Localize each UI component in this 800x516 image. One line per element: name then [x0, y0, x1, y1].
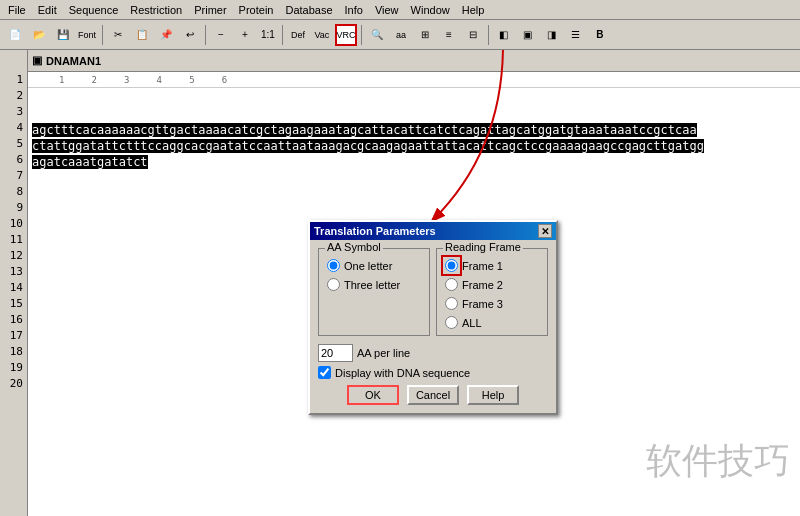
- line-number: 5: [0, 136, 27, 152]
- vac-button[interactable]: Vac: [311, 24, 333, 46]
- one-letter-row: One letter: [327, 259, 421, 272]
- dialog-title: Translation Parameters: [314, 225, 436, 237]
- display-dna-row: Display with DNA sequence: [318, 366, 548, 379]
- main-area: 1234567891011121314151617181920 ▣ DNAMAN…: [0, 50, 800, 516]
- tool1-button[interactable]: aa: [390, 24, 412, 46]
- def-button[interactable]: Def: [287, 24, 309, 46]
- sequence-line: [32, 186, 796, 202]
- help-button[interactable]: Help: [467, 385, 519, 405]
- line-number: 9: [0, 200, 27, 216]
- menu-info[interactable]: Info: [339, 3, 369, 17]
- one-letter-radio[interactable]: [327, 259, 340, 272]
- sequence-line: [32, 90, 796, 106]
- line-number: 2: [0, 88, 27, 104]
- new-button[interactable]: 📄: [4, 24, 26, 46]
- sequence-line: [32, 170, 796, 186]
- menu-restriction[interactable]: Restriction: [124, 3, 188, 17]
- menubar: File Edit Sequence Restriction Primer Pr…: [0, 0, 800, 20]
- line-number: 19: [0, 360, 27, 376]
- menu-help[interactable]: Help: [456, 3, 491, 17]
- frame1-label: Frame 1: [462, 260, 503, 272]
- separator-2: [205, 25, 206, 45]
- display-dna-checkbox[interactable]: [318, 366, 331, 379]
- frame3-row: Frame 3: [445, 297, 539, 310]
- zoom-out-button[interactable]: −: [210, 24, 232, 46]
- sequence-line: ctattggatattctttccaggcacgaatatccaattaata…: [32, 138, 796, 154]
- line-number: 13: [0, 264, 27, 280]
- line-number: 7: [0, 168, 27, 184]
- line-number: 3: [0, 104, 27, 120]
- bold-button[interactable]: B: [589, 24, 611, 46]
- tool3-button[interactable]: ≡: [438, 24, 460, 46]
- line-number: 15: [0, 296, 27, 312]
- menu-view[interactable]: View: [369, 3, 405, 17]
- dialog-close-button[interactable]: ✕: [538, 224, 552, 238]
- line-number: 6: [0, 152, 27, 168]
- aa-per-line-input[interactable]: [318, 344, 353, 362]
- aa-symbol-group: AA Symbol One letter Three letter: [318, 248, 430, 336]
- menu-database[interactable]: Database: [279, 3, 338, 17]
- vrc-button[interactable]: VRC: [335, 24, 357, 46]
- line-number: 17: [0, 328, 27, 344]
- reading-frame-group: Reading Frame Frame 1 Frame 2: [436, 248, 548, 336]
- all-radio[interactable]: [445, 316, 458, 329]
- separator-3: [282, 25, 283, 45]
- dialog-titlebar: Translation Parameters ✕: [310, 222, 556, 240]
- watermark: 软件技巧: [646, 437, 790, 486]
- document-icon: ▣: [32, 54, 42, 67]
- separator-5: [488, 25, 489, 45]
- document-titlebar: ▣ DNAMAN1: [28, 50, 800, 72]
- copy-button[interactable]: 📋: [131, 24, 153, 46]
- line-number: 10: [0, 216, 27, 232]
- display-dna-label: Display with DNA sequence: [335, 367, 470, 379]
- font-button[interactable]: Font: [76, 24, 98, 46]
- menu-primer[interactable]: Primer: [188, 3, 232, 17]
- frame3-radio[interactable]: [445, 297, 458, 310]
- align-left-button[interactable]: ◧: [493, 24, 515, 46]
- menu-protein[interactable]: Protein: [233, 3, 280, 17]
- tool4-button[interactable]: ⊟: [462, 24, 484, 46]
- sequence-line: [32, 106, 796, 122]
- paste-button[interactable]: 📌: [155, 24, 177, 46]
- align-right-button[interactable]: ◨: [541, 24, 563, 46]
- tool2-button[interactable]: ⊞: [414, 24, 436, 46]
- menu-file[interactable]: File: [2, 3, 32, 17]
- ruler-text: 1 2 3 4 5 6: [32, 75, 227, 85]
- toolbar: 📄 📂 💾 Font ✂ 📋 📌 ↩ − + 1:1 Def Vac VRC 🔍…: [0, 20, 800, 50]
- menu-window[interactable]: Window: [405, 3, 456, 17]
- three-letter-row: Three letter: [327, 278, 421, 291]
- ok-button[interactable]: OK: [347, 385, 399, 405]
- line-numbers: 1234567891011121314151617181920: [0, 50, 28, 516]
- zoom-in-button[interactable]: +: [234, 24, 256, 46]
- list-button[interactable]: ☰: [565, 24, 587, 46]
- aa-per-line-row: AA per line: [318, 344, 548, 362]
- align-center-button[interactable]: ▣: [517, 24, 539, 46]
- line-number: 11: [0, 232, 27, 248]
- separator-4: [361, 25, 362, 45]
- save-button[interactable]: 💾: [52, 24, 74, 46]
- frame1-radio[interactable]: [445, 259, 458, 272]
- zoom-level: 1:1: [258, 29, 278, 40]
- content-area: ▣ DNAMAN1 1 2 3 4 5 6 agctttcacaaaaaacgt…: [28, 50, 800, 516]
- open-button[interactable]: 📂: [28, 24, 50, 46]
- sequence-line: agctttcacaaaaaacgttgactaaaacatcgctagaaga…: [32, 122, 796, 138]
- menu-sequence[interactable]: Sequence: [63, 3, 125, 17]
- menu-edit[interactable]: Edit: [32, 3, 63, 17]
- search-button[interactable]: 🔍: [366, 24, 388, 46]
- aa-per-line-label: AA per line: [357, 347, 410, 359]
- undo-button[interactable]: ↩: [179, 24, 201, 46]
- all-label: ALL: [462, 317, 482, 329]
- reading-frame-title: Reading Frame: [443, 241, 523, 253]
- frame2-label: Frame 2: [462, 279, 503, 291]
- frame2-radio[interactable]: [445, 278, 458, 291]
- three-letter-radio[interactable]: [327, 278, 340, 291]
- ruler: 1 2 3 4 5 6: [28, 72, 800, 88]
- aa-symbol-title: AA Symbol: [325, 241, 383, 253]
- separator-1: [102, 25, 103, 45]
- line-number: 8: [0, 184, 27, 200]
- three-letter-label: Three letter: [344, 279, 400, 291]
- line-number: 14: [0, 280, 27, 296]
- line-number: 16: [0, 312, 27, 328]
- cut-button[interactable]: ✂: [107, 24, 129, 46]
- cancel-button[interactable]: Cancel: [407, 385, 459, 405]
